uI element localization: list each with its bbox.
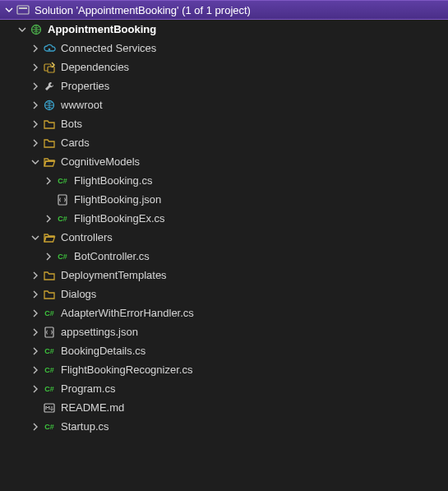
collapse-arrow-icon[interactable] (43, 251, 54, 262)
csharp-file-icon: C# (56, 250, 69, 263)
solution-label: Solution 'AppointmentBooking' (1 of 1 pr… (35, 4, 251, 16)
solution-icon (16, 3, 30, 16)
solution-explorer[interactable]: Solution 'AppointmentBooking' (1 of 1 pr… (0, 0, 448, 491)
expand-arrow-icon[interactable] (30, 156, 41, 168)
collapse-arrow-icon[interactable] (30, 118, 41, 130)
tree-item-readme-md[interactable]: · README.md (0, 398, 448, 417)
tree-item-flightbooking-cs[interactable]: C# FlightBooking.cs (0, 171, 448, 190)
csharp-file-icon: C# (43, 307, 56, 320)
node-label: Controllers (61, 231, 113, 243)
solution-node[interactable]: Solution 'AppointmentBooking' (1 of 1 pr… (0, 0, 448, 20)
folder-icon (43, 288, 56, 301)
tree-item-properties[interactable]: Properties (0, 76, 448, 95)
tree-item-dependencies[interactable]: Dependencies (0, 58, 448, 76)
collapse-arrow-icon[interactable] (43, 213, 54, 225)
node-label: Program.cs (61, 382, 115, 395)
node-label: README.md (61, 401, 124, 414)
tree-item-appsettings-json[interactable]: appsettings.json (0, 322, 448, 341)
folder-open-icon (43, 155, 56, 169)
node-label: BookingDetails.cs (61, 345, 145, 357)
folder-icon (43, 118, 56, 131)
project-node[interactable]: AppointmentBooking (0, 20, 448, 39)
csharp-file-icon: C# (43, 345, 56, 358)
csharp-file-icon: C# (43, 382, 56, 396)
node-label: wwwroot (61, 99, 103, 111)
collapse-arrow-icon[interactable] (30, 62, 41, 73)
tree-item-controllers[interactable]: Controllers (0, 228, 448, 247)
dependencies-icon (43, 61, 56, 74)
cloud-icon (43, 42, 56, 55)
json-file-icon (43, 326, 56, 339)
collapse-arrow-icon[interactable] (30, 364, 41, 376)
node-label: Dialogs (61, 288, 96, 300)
node-label: CognitiveModels (61, 155, 140, 168)
tree-item-bots[interactable]: Bots (0, 114, 448, 133)
node-label: FlightBooking.json (74, 193, 161, 206)
tree-item-cognitivemodels[interactable]: CognitiveModels (0, 152, 448, 171)
csharp-file-icon: C# (56, 174, 69, 188)
collapse-arrow-icon[interactable] (30, 383, 41, 395)
tree-item-connected-services[interactable]: Connected Services (0, 39, 448, 58)
collapse-arrow-icon[interactable] (30, 345, 41, 357)
folder-open-icon (43, 231, 56, 244)
node-label: Bots (61, 118, 82, 130)
node-label: FlightBooking.cs (74, 174, 152, 187)
collapse-arrow-icon[interactable] (30, 81, 41, 92)
globe-icon (43, 99, 56, 112)
node-label: FlightBookingRecognizer.cs (61, 364, 192, 376)
folder-icon (43, 269, 56, 282)
node-label: Dependencies (61, 61, 129, 73)
collapse-arrow-icon[interactable] (30, 270, 41, 281)
expand-arrow-icon[interactable] (30, 232, 41, 243)
tree-item-deploymenttemplates[interactable]: DeploymentTemplates (0, 266, 448, 285)
node-label: Startup.cs (61, 420, 109, 433)
tree-item-dialogs[interactable]: Dialogs (0, 285, 448, 303)
collapse-arrow-icon[interactable] (30, 289, 41, 300)
node-label: FlightBookingEx.cs (74, 212, 165, 225)
csharp-file-icon: C# (43, 420, 56, 433)
csproj-icon (30, 23, 43, 36)
collapse-arrow-icon[interactable] (30, 421, 41, 433)
tree-item-adapter-cs[interactable]: C# AdapterWithErrorHandler.cs (0, 303, 448, 322)
csharp-file-icon: C# (56, 212, 69, 225)
expand-arrow-icon[interactable] (3, 4, 15, 16)
collapse-arrow-icon[interactable] (30, 137, 41, 149)
node-label: appsettings.json (61, 326, 138, 338)
tree-item-program-cs[interactable]: C# Program.cs (0, 379, 448, 398)
collapse-arrow-icon[interactable] (30, 308, 41, 319)
node-label: AdapterWithErrorHandler.cs (61, 307, 194, 319)
json-file-icon (56, 193, 69, 206)
tree-item-flightbooking-json[interactable]: · FlightBooking.json (0, 190, 448, 209)
tree-item-cards[interactable]: Cards (0, 133, 448, 152)
node-label: BotController.cs (74, 250, 150, 262)
csharp-file-icon: C# (43, 364, 56, 377)
tree-item-botcontroller-cs[interactable]: C# BotController.cs (0, 247, 448, 266)
tree-item-startup-cs[interactable]: C# Startup.cs (0, 417, 448, 436)
node-label: Cards (61, 137, 90, 149)
node-label: Properties (61, 80, 109, 92)
tree-item-bookingdetails-cs[interactable]: C# BookingDetails.cs (0, 341, 448, 360)
collapse-arrow-icon[interactable] (43, 175, 54, 187)
collapse-arrow-icon[interactable] (30, 100, 41, 111)
tree-item-flightbookingrecognizer-cs[interactable]: C# FlightBookingRecognizer.cs (0, 360, 448, 379)
folder-icon (43, 137, 56, 150)
wrench-icon (43, 80, 56, 93)
collapse-arrow-icon[interactable] (30, 43, 41, 54)
expand-arrow-icon[interactable] (16, 24, 28, 35)
project-label: AppointmentBooking (48, 23, 156, 35)
markdown-file-icon (43, 401, 56, 415)
node-label: Connected Services (61, 42, 156, 54)
collapse-arrow-icon[interactable] (30, 327, 41, 338)
tree-item-flightbookingex-cs[interactable]: C# FlightBookingEx.cs (0, 209, 448, 228)
tree-item-wwwroot[interactable]: wwwroot (0, 95, 448, 114)
node-label: DeploymentTemplates (61, 269, 167, 281)
